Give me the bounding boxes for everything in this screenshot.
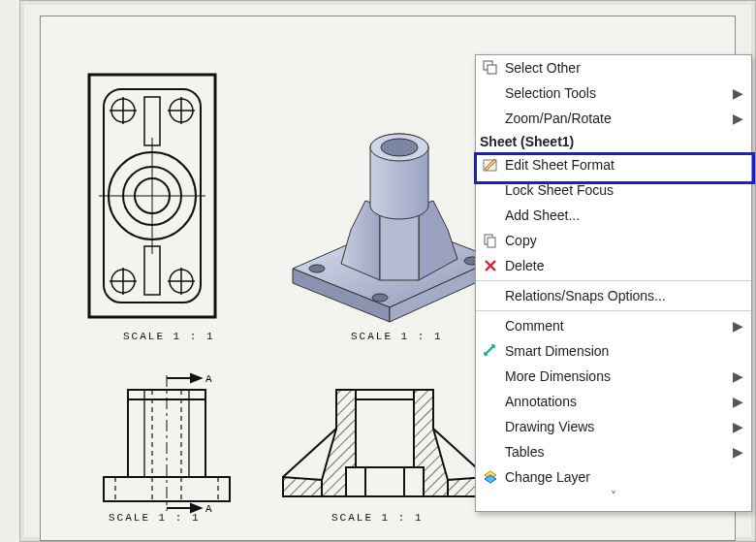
submenu-arrow-icon: ▶ bbox=[733, 111, 743, 126]
scale-label-view3: SCALE 1 : 1 bbox=[109, 513, 201, 524]
section-marker-top: A bbox=[205, 373, 212, 385]
menu-separator bbox=[476, 310, 751, 311]
menu-item-zoom-pan-rotate[interactable]: Zoom/Pan/Rotate ▶ bbox=[476, 106, 751, 131]
submenu-arrow-icon: ▶ bbox=[733, 318, 743, 334]
menu-item-more-dimensions[interactable]: More Dimensions ▶ bbox=[476, 364, 751, 389]
menu-item-lock-sheet-focus[interactable]: Lock Sheet Focus bbox=[476, 177, 751, 203]
menu-item-select-other[interactable]: Select Other bbox=[476, 55, 751, 80]
view-section-aa bbox=[278, 375, 491, 511]
menu-label: Comment bbox=[505, 318, 733, 334]
edit-sheet-format-icon bbox=[482, 156, 499, 174]
submenu-arrow-icon: ▶ bbox=[733, 85, 743, 101]
svg-rect-51 bbox=[488, 65, 496, 74]
menu-item-tables[interactable]: Tables ▶ bbox=[476, 439, 751, 464]
svg-rect-48 bbox=[365, 467, 404, 496]
menu-item-change-layer[interactable]: Change Layer bbox=[476, 464, 751, 490]
submenu-arrow-icon: ▶ bbox=[733, 368, 743, 384]
menu-label: Add Sheet... bbox=[505, 207, 743, 223]
menu-label: Drawing Views bbox=[505, 419, 733, 434]
menu-expand-chevron-icon[interactable]: ˅ bbox=[476, 490, 751, 505]
svg-point-24 bbox=[309, 265, 325, 272]
copy-icon bbox=[482, 232, 499, 249]
menu-item-relations-snaps[interactable]: Relations/Snaps Options... bbox=[476, 283, 751, 308]
menu-label: Zoom/Pan/Rotate bbox=[505, 111, 733, 126]
menu-separator bbox=[476, 280, 751, 281]
menu-label: Select Other bbox=[505, 60, 743, 76]
svg-point-25 bbox=[372, 294, 388, 302]
svg-point-32 bbox=[381, 139, 418, 156]
menu-label: Copy bbox=[505, 233, 743, 248]
smart-dimension-icon bbox=[482, 342, 499, 360]
view-isometric-3d bbox=[273, 113, 506, 327]
menu-label: Change Layer bbox=[505, 469, 743, 485]
context-menu: Select Other Selection Tools ▶ Zoom/Pan/… bbox=[475, 54, 752, 512]
menu-label: Smart Dimension bbox=[505, 343, 743, 359]
menu-item-add-sheet[interactable]: Add Sheet... bbox=[476, 203, 751, 228]
menu-item-comment[interactable]: Comment ▶ bbox=[476, 313, 751, 338]
menu-label: Lock Sheet Focus bbox=[505, 182, 743, 198]
menu-label: Tables bbox=[505, 444, 733, 460]
menu-label: Delete bbox=[505, 258, 743, 273]
delete-icon bbox=[482, 257, 499, 274]
svg-rect-54 bbox=[488, 238, 495, 247]
menu-label: Edit Sheet Format bbox=[505, 157, 743, 173]
change-layer-icon bbox=[482, 468, 499, 486]
menu-item-edit-sheet-format[interactable]: Edit Sheet Format bbox=[476, 152, 751, 177]
menu-item-delete[interactable]: Delete bbox=[476, 253, 751, 278]
svg-marker-43 bbox=[191, 374, 201, 382]
menu-item-smart-dimension[interactable]: Smart Dimension bbox=[476, 338, 751, 364]
view-top-2d bbox=[84, 70, 220, 322]
svg-marker-45 bbox=[191, 504, 201, 512]
svg-rect-47 bbox=[356, 390, 414, 467]
scale-label-view2: SCALE 1 : 1 bbox=[351, 332, 443, 342]
menu-item-selection-tools[interactable]: Selection Tools ▶ bbox=[476, 80, 751, 106]
menu-item-copy[interactable]: Copy bbox=[476, 228, 751, 253]
menu-section-header-sheet: Sheet (Sheet1) bbox=[476, 131, 751, 152]
select-other-icon bbox=[482, 59, 499, 77]
submenu-arrow-icon: ▶ bbox=[733, 394, 743, 409]
submenu-arrow-icon: ▶ bbox=[733, 419, 743, 434]
menu-item-annotations[interactable]: Annotations ▶ bbox=[476, 389, 751, 414]
section-marker-bottom: A bbox=[205, 503, 212, 515]
submenu-arrow-icon: ▶ bbox=[733, 444, 743, 460]
menu-item-drawing-views[interactable]: Drawing Views ▶ bbox=[476, 414, 751, 439]
view-front-2d: A A bbox=[94, 370, 239, 516]
menu-label: Relations/Snaps Options... bbox=[505, 288, 743, 303]
menu-label: More Dimensions bbox=[505, 368, 733, 384]
scale-label-view4: SCALE 1 : 1 bbox=[331, 513, 424, 524]
scale-label-view1: SCALE 1 : 1 bbox=[123, 332, 215, 342]
menu-label: Annotations bbox=[505, 394, 733, 409]
menu-label: Selection Tools bbox=[505, 85, 733, 101]
